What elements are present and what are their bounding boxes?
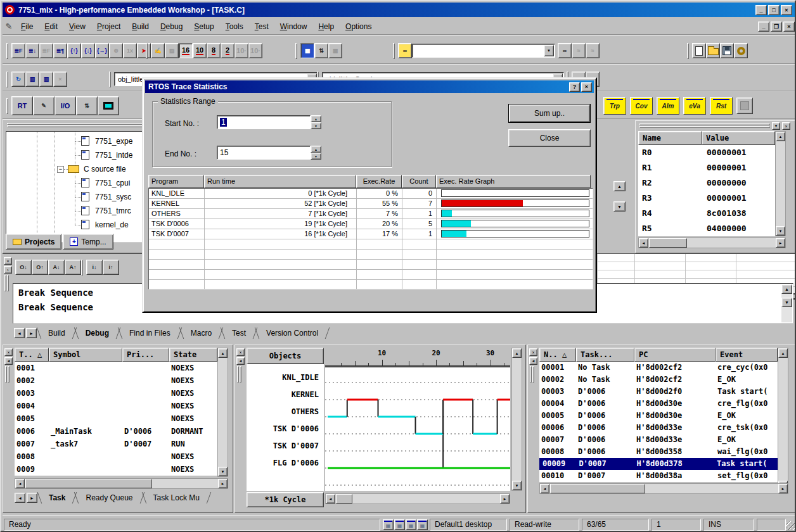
tree-folder-item[interactable]: −C source file: [6, 162, 143, 176]
column-header[interactable]: N.. △: [539, 348, 576, 362]
event-vscroll[interactable]: ▲▼: [778, 348, 788, 491]
find-next-icon[interactable]: ∞: [558, 43, 572, 58]
scroll-down-icon[interactable]: ▼: [776, 226, 785, 236]
tab-scroll-right[interactable]: ►: [27, 493, 37, 503]
menu-options[interactable]: Options: [340, 19, 377, 34]
event-row[interactable]: 00010D'0007H'8d00d38aset_flg(0x0: [539, 470, 778, 482]
column-header[interactable]: Exec.Rate: [356, 175, 402, 188]
column-header[interactable]: Pri...: [122, 348, 169, 362]
output-tab-macro[interactable]: Macro: [181, 327, 222, 339]
end-no-input[interactable]: 15: [217, 146, 311, 160]
toolbar-handle[interactable]: [6, 43, 8, 59]
timeline-vscroll[interactable]: ▲▼: [511, 348, 522, 491]
open-file-icon[interactable]: [706, 43, 720, 58]
mixer-icon[interactable]: ⇅: [76, 96, 98, 115]
blank-button[interactable]: [736, 98, 753, 114]
menu-test[interactable]: Test: [249, 19, 274, 34]
memory-lock-icon[interactable]: ▨: [165, 43, 179, 58]
register-vscroll[interactable]: ▲▼: [775, 131, 786, 236]
tree-file-item[interactable]: kernel_de: [6, 218, 143, 232]
event-row[interactable]: 00003D'0006H'8d00d2f0Task start(: [539, 386, 778, 398]
status-icon-1[interactable]: ▦: [383, 519, 394, 530]
tab-scroll-left[interactable]: ◄: [14, 328, 25, 338]
output-tab-version-control[interactable]: Version Control: [256, 327, 328, 339]
scroll-thumb[interactable]: [336, 494, 352, 504]
column-header[interactable]: Run time: [204, 175, 356, 188]
scroll-right-icon[interactable]: ►: [776, 238, 785, 248]
scroll-thumb[interactable]: [25, 479, 152, 488]
object-label[interactable]: KERNEL: [247, 390, 324, 407]
scroll-up-icon[interactable]: ▲: [781, 284, 792, 294]
scroll-down-icon[interactable]: ▼: [613, 201, 626, 212]
dialog-help-button[interactable]: ?: [569, 82, 580, 92]
register-collapse-icon[interactable]: ▾: [772, 122, 780, 130]
output-tab-build[interactable]: Build: [38, 327, 75, 339]
radix-exp2-icon[interactable]: 10·: [248, 43, 262, 58]
toolbar-handle[interactable]: [109, 72, 111, 87]
output-tab-find-in-files[interactable]: Find in Files: [119, 327, 181, 339]
radix-hex-button[interactable]: 16: [179, 43, 193, 58]
panel-gripper[interactable]: [6, 122, 144, 128]
table-row[interactable]: OTHERS7 [*1k Cycle]7 %1: [149, 209, 593, 219]
sort-task-desc-icon[interactable]: i↓: [86, 260, 103, 275]
scroll-up-icon[interactable]: ▲: [776, 132, 785, 141]
reset-go-icon[interactable]: ≣↓: [25, 43, 39, 58]
sort-num-asc-icon[interactable]: O↑: [32, 260, 48, 275]
object-label[interactable]: FLG D'0006: [247, 459, 324, 476]
status-icon-3[interactable]: ▦: [406, 519, 416, 530]
task-row[interactable]: 0009NOEXS: [15, 463, 217, 476]
scroll-up-icon[interactable]: ▲: [218, 348, 228, 358]
task-row[interactable]: 0005NOEXS: [15, 412, 217, 425]
build-all-icon[interactable]: ▥: [39, 72, 53, 87]
spin-down-icon[interactable]: ▼: [311, 122, 321, 129]
sync-session-icon[interactable]: ↻: [11, 72, 25, 87]
menu-view[interactable]: View: [63, 19, 91, 34]
pane-collapse-icon[interactable]: ◂: [4, 357, 13, 365]
column-header[interactable]: PC: [634, 348, 716, 362]
event-row[interactable]: 00006D'0006H'8d00d33ecre_tsk(0x0: [539, 422, 778, 434]
toolbar-handle[interactable]: [687, 43, 689, 59]
radix-dec-button[interactable]: 10: [193, 43, 207, 58]
object-label[interactable]: OTHERS: [247, 407, 324, 424]
start-no-spinner[interactable]: ▲▼: [311, 115, 321, 129]
sum-up-button[interactable]: Sum up..: [508, 104, 591, 123]
radix-bin-button[interactable]: 2: [221, 43, 234, 58]
pane-collapse-icon[interactable]: ◂: [236, 357, 245, 365]
find-in-files-icon[interactable]: ∞: [398, 43, 412, 58]
toolbar-handle[interactable]: [295, 43, 297, 59]
tree-file-item[interactable]: 7751_sysc: [6, 190, 143, 204]
scroll-thumb[interactable]: [649, 238, 687, 248]
find-word-icon[interactable]: ≈: [572, 43, 586, 58]
table-row[interactable]: TSK D'000619 [*1k Cycle]20 %5: [149, 219, 593, 229]
scroll-down-icon[interactable]: ▼: [512, 481, 522, 490]
toolbar-handle[interactable]: [146, 43, 148, 59]
task-row[interactable]: 0002NOEXS: [15, 374, 217, 387]
toolbar-handle[interactable]: [6, 98, 8, 114]
toolbar-handle[interactable]: [6, 72, 8, 87]
tab-scroll-right[interactable]: ►: [26, 328, 37, 338]
cov-button[interactable]: Cov: [630, 97, 653, 115]
column-header[interactable]: Count: [402, 175, 436, 188]
menu-file[interactable]: File: [15, 19, 39, 34]
task-row[interactable]: 0008NOEXS: [15, 450, 217, 463]
save-file-icon[interactable]: [720, 43, 734, 58]
dialog-title-bar[interactable]: RTOS Trace Statistics ? ×: [145, 80, 594, 93]
sort-alpha-desc-icon[interactable]: A↓: [48, 260, 65, 275]
scroll-down-icon[interactable]: ▼: [781, 298, 792, 307]
halt-icon[interactable]: ⊕: [109, 43, 123, 58]
table-row[interactable]: KERNEL52 [*1k Cycle]55 %7: [149, 199, 593, 209]
register-row[interactable]: R48c001038: [638, 206, 775, 221]
scroll-up-icon[interactable]: ▲: [512, 348, 522, 358]
pane-gripper[interactable]: ×◂: [236, 348, 246, 384]
maximize-button[interactable]: □: [768, 5, 780, 15]
register-hscroll[interactable]: ◄►: [638, 238, 786, 248]
sort-num-desc-icon[interactable]: O↓: [15, 260, 32, 275]
register-row[interactable]: R504000000: [638, 221, 775, 236]
task-vscroll[interactable]: ▲▼: [217, 348, 228, 477]
sort-task-asc-icon[interactable]: i↑: [103, 260, 119, 275]
event-row[interactable]: 00004D'0006H'8d00d30ecre_flg(0x0: [539, 398, 778, 410]
pane-close-icon[interactable]: ×: [4, 348, 13, 356]
spin-down-icon[interactable]: ▼: [311, 153, 321, 160]
menu-build[interactable]: Build: [126, 19, 155, 34]
radix-exp-icon[interactable]: 10·: [234, 43, 248, 58]
